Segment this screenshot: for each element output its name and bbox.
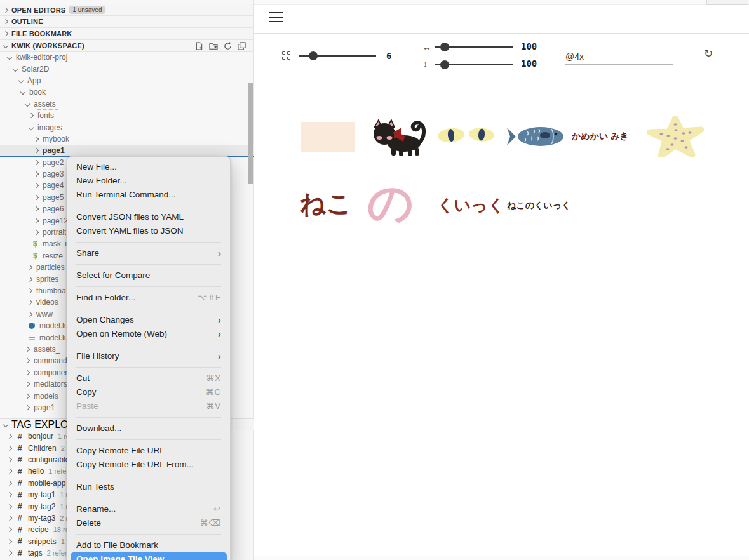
shortcut: ⌘X [206,371,221,385]
section-workspace[interactable]: KWIK (WORKSPACE) [0,40,253,52]
chevron-right-icon [27,288,32,293]
section-open-editors[interactable]: OPEN EDITORS 1 unsaved [0,4,253,16]
chevron-down-icon [13,66,18,71]
width-slider-thumb[interactable] [440,43,449,51]
chevron-right-icon [34,206,39,211]
menu-separator [76,439,221,440]
chevron-right-icon [7,503,12,509]
height-slider-thumb[interactable] [440,60,449,69]
tree-item-solar2d[interactable]: Solar2D [0,63,254,74]
tag-icon: # [16,478,24,488]
menu-item-find-in-folder[interactable]: Find in Folder...⌥⇧F [71,291,227,305]
menu-item-new-file[interactable]: New File... [71,160,227,174]
chevron-down-icon [3,43,8,48]
chevron-right-icon [3,19,8,24]
menu-item-convert-json-to-yaml[interactable]: Convert JSON files to YAML [71,210,227,224]
shortcut: ⌘V [206,399,221,413]
chevron-right-icon [25,347,30,352]
menu-separator [76,345,221,345]
tile-background-image[interactable] [301,122,355,152]
scrollbar-thumb[interactable] [248,83,253,184]
menu-item-new-folder[interactable]: New Folder... [71,174,227,188]
tag-icon: # [16,537,24,546]
chevron-right-icon [7,550,12,556]
menu-item-copy[interactable]: Copy⌘C [71,385,227,399]
tile-fish-image[interactable] [506,121,566,152]
context-menu: New File... New Folder... Run Terminal C… [67,156,231,560]
menu-item-run-terminal-command[interactable]: Run Terminal Command... [71,188,227,202]
menu-item-open-image-tile-view[interactable]: Open Image Tile View [71,552,227,560]
tile-nekonokuikku-text-image[interactable]: ねこのくいっく [507,200,570,211]
chevron-right-icon [34,195,39,200]
menu-item-copy-remote-file-url-from[interactable]: Copy Remote File URL From... [71,458,227,472]
menu-item-cut[interactable]: Cut⌘X [71,371,227,385]
tree-item-mybook[interactable]: mybook [0,133,254,145]
new-folder-icon[interactable] [209,42,218,50]
tile-no-text-image[interactable]: の [367,173,414,234]
submenu-arrow-icon: › [218,350,221,363]
menu-item-run-tests[interactable]: Run Tests [71,480,227,494]
tile-kuikku-text-image[interactable]: くいっく [437,194,504,217]
tag-icon: # [16,525,24,535]
section-label: OPEN EDITORS [11,6,65,14]
tag-icon: # [16,455,24,464]
menu-item-convert-yaml-to-json[interactable]: Convert YAML files to JSON [71,224,227,238]
menu-separator [76,417,221,418]
tree-item-book[interactable]: book [0,86,254,98]
chevron-right-icon [7,538,12,543]
menu-separator [76,367,221,368]
tile-cat-eyes-image[interactable] [437,125,496,145]
tile-starfish-image[interactable] [647,116,704,157]
refresh-icon[interactable] [224,42,232,50]
tag-icon: # [16,502,24,511]
section-label: KWIK (WORKSPACE) [11,42,84,50]
tile-kamekai-text-image[interactable]: かめかい みき [572,131,629,142]
collapse-all-icon[interactable] [238,42,246,50]
chevron-down-icon [3,422,8,427]
suffix-input[interactable] [565,48,673,65]
shortcut: ⌥⇧F [198,291,221,305]
section-outline[interactable]: OUTLINE [0,16,253,28]
new-file-icon[interactable] [195,42,203,50]
tree-item-fonts[interactable]: fonts [0,110,254,121]
preview-header [254,5,749,34]
menu-item-copy-remote-file-url[interactable]: Copy Remote File URL [71,444,227,458]
menu-item-select-for-compare[interactable]: Select for Compare [71,269,227,283]
menu-item-share[interactable]: Share› [71,246,227,260]
menu-separator [76,498,221,498]
menu-item-open-on-remote-web[interactable]: Open on Remote (Web)› [71,327,227,341]
hamburger-menu-icon[interactable] [269,12,283,22]
tile-black-cat-image[interactable] [366,116,429,157]
section-file-bookmark[interactable]: FILE BOOKMARK [0,28,253,40]
chevron-down-icon [20,90,25,95]
chevron-right-icon [34,159,39,164]
tree-item-page1-selected[interactable]: page1 [0,145,254,156]
chevron-right-icon [27,312,32,317]
tile-neko-text-image[interactable]: ねこ [300,186,352,221]
tag-icon: # [16,549,24,558]
chevron-right-icon [7,492,12,497]
columns-value: 6 [386,51,391,61]
tree-item-app[interactable]: App [0,75,254,86]
menu-item-file-history[interactable]: File History› [71,349,227,363]
menu-item-add-to-file-bookmark[interactable]: Add to File Bookmark [71,538,227,552]
tree-item-images[interactable]: images [0,121,254,133]
menu-item-delete[interactable]: Delete⌘⌫ [71,516,227,530]
columns-slider-thumb[interactable] [309,51,318,60]
chevron-right-icon [34,183,39,188]
clipped-row-artifact [37,109,58,110]
chevron-right-icon [7,469,12,474]
panel-top-strip [254,0,749,5]
menu-item-rename[interactable]: Rename...↩ [71,502,227,516]
menu-item-open-changes[interactable]: Open Changes› [71,313,227,327]
tree-item-kwik-editor-proj[interactable]: kwik-editor-proj [0,51,254,63]
chevron-down-icon [18,78,24,83]
menu-item-download[interactable]: Download... [71,422,227,436]
chevron-right-icon [27,300,32,305]
menu-separator [76,534,221,535]
menu-item-paste: Paste⌘V [71,399,227,413]
refresh-icon[interactable]: ↻ [704,47,713,60]
tag-icon: # [16,513,24,523]
tag-icon: # [16,467,24,476]
chevron-right-icon [27,265,32,270]
